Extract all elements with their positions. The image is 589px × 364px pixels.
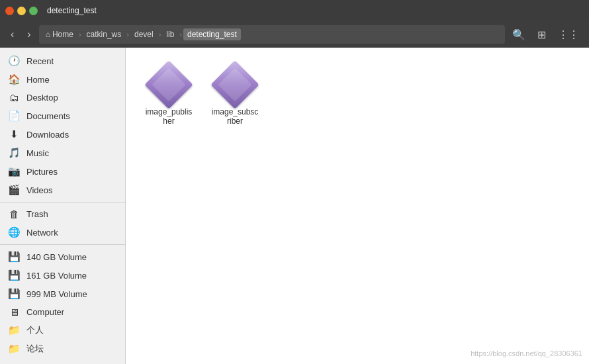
breadcrumb-item-devel[interactable]: devel — [130, 28, 158, 40]
sidebar-label-study: 论坛 — [26, 343, 117, 355]
search-button[interactable]: 🔍 — [508, 26, 530, 44]
vol161-icon: 💾 — [8, 269, 20, 281]
desktop-icon: 🗂 — [8, 92, 20, 103]
sidebar: 🕐Recent🏠Home🗂Desktop📄Documents⬇Downloads… — [0, 48, 126, 364]
sidebar-item-music[interactable]: 🎵Music — [0, 144, 125, 162]
window-controls — [5, 7, 38, 15]
vol140-icon: 💾 — [8, 251, 20, 263]
sidebar-label-downloads: Downloads — [26, 130, 117, 140]
breadcrumb-label: lib — [166, 30, 174, 39]
recent-icon: 🕐 — [8, 55, 20, 67]
close-button[interactable] — [5, 7, 14, 15]
view-list-button[interactable]: ⊞ — [533, 26, 551, 44]
sidebar-item-home[interactable]: 🏠Home — [0, 70, 125, 89]
vol999-icon: 💾 — [8, 288, 20, 300]
network-icon: 🌐 — [8, 226, 20, 238]
sidebar-item-study[interactable]: 📁论坛 — [0, 340, 125, 358]
breadcrumb-separator: › — [159, 30, 161, 38]
toolbar-right: 🔍 ⊞ ⋮⋮ — [508, 26, 584, 44]
file-item-image_subscriber[interactable]: image_subscriber — [205, 61, 265, 131]
main-layout: 🕐Recent🏠Home🗂Desktop📄Documents⬇Downloads… — [0, 48, 589, 364]
breadcrumb-separator: › — [126, 30, 129, 38]
sidebar-item-computer[interactable]: 🖥Computer — [0, 303, 125, 321]
breadcrumb-label: devel — [134, 30, 154, 39]
downloads-icon: ⬇ — [8, 128, 20, 140]
study-icon: 📁 — [8, 343, 20, 355]
file-grid: image_publisherimage_subscriber — [139, 61, 576, 131]
breadcrumb-item-home[interactable]: ⌂ Home — [42, 28, 77, 40]
sidebar-item-vol999[interactable]: 💾999 MB Volume — [0, 285, 125, 303]
trash-icon: 🗑 — [8, 208, 20, 220]
breadcrumb-label: catkin_ws — [87, 30, 122, 39]
sidebar-item-desktop[interactable]: 🗂Desktop — [0, 89, 125, 107]
sidebar-label-vol999: 999 MB Volume — [26, 289, 117, 299]
sidebar-label-network: Network — [26, 228, 117, 238]
sidebar-label-personal: 个人 — [26, 324, 117, 336]
minimize-button[interactable] — [17, 7, 26, 15]
documents-icon: 📄 — [8, 110, 20, 122]
sidebar-item-network[interactable]: 🌐Network — [0, 223, 125, 242]
sidebar-item-vol140[interactable]: 💾140 GB Volume — [0, 248, 125, 266]
sidebar-item-videos[interactable]: 🎬Videos — [0, 181, 125, 199]
sidebar-item-pictures[interactable]: 📷Pictures — [0, 162, 125, 181]
breadcrumb-item-catkin_ws[interactable]: catkin_ws — [83, 28, 126, 40]
pictures-icon: 📷 — [8, 165, 20, 177]
forward-button[interactable]: › — [22, 26, 36, 42]
computer-icon: 🖥 — [8, 306, 20, 318]
music-icon: 🎵 — [8, 147, 20, 159]
sidebar-separator — [0, 244, 125, 245]
breadcrumb-item-lib[interactable]: lib — [162, 28, 178, 40]
sidebar-item-trash[interactable]: 🗑Trash — [0, 205, 125, 223]
file-item-image_publisher[interactable]: image_publisher — [139, 61, 199, 131]
sidebar-label-computer: Computer — [26, 307, 117, 317]
sidebar-label-vol140: 140 GB Volume — [26, 252, 117, 262]
sidebar-label-trash: Trash — [26, 209, 117, 219]
view-grid-button[interactable]: ⋮⋮ — [553, 26, 584, 44]
sidebar-label-videos: Videos — [26, 185, 117, 195]
sidebar-label-music: Music — [26, 148, 117, 158]
sidebar-label-vol161: 161 GB Volume — [26, 271, 117, 281]
sidebar-label-documents: Documents — [26, 111, 117, 121]
breadcrumb-separator: › — [179, 30, 182, 38]
videos-icon: 🎬 — [8, 184, 20, 196]
sidebar-item-downloads[interactable]: ⬇Downloads — [0, 125, 125, 144]
watermark: https://blog.csdn.net/qq_28306361 — [471, 349, 582, 357]
breadcrumb: ⌂ Home›catkin_ws›devel›lib›detecting_tes… — [39, 25, 505, 44]
breadcrumb-label: Home — [52, 30, 73, 39]
home-icon: 🏠 — [8, 73, 20, 85]
executable-icon — [210, 60, 259, 109]
file-name: image_subscriber — [210, 107, 259, 126]
sidebar-label-recent: Recent — [26, 56, 117, 66]
titlebar: detecting_test — [0, 0, 589, 21]
breadcrumb-separator: › — [79, 30, 81, 38]
sidebar-label-home: Home — [26, 75, 117, 85]
sidebar-item-documents[interactable]: 📄Documents — [0, 107, 125, 125]
sidebar-item-personal[interactable]: 📁个人 — [0, 321, 125, 340]
sidebar-label-pictures: Pictures — [26, 167, 117, 177]
file-icon-wrapper — [150, 66, 187, 103]
maximize-button[interactable] — [29, 7, 38, 15]
sidebar-item-vol161[interactable]: 💾161 GB Volume — [0, 266, 125, 285]
executable-icon — [144, 60, 193, 109]
breadcrumb-label: detecting_test — [187, 30, 237, 39]
personal-icon: 📁 — [8, 324, 20, 336]
file-icon-wrapper — [216, 66, 253, 103]
back-button[interactable]: ‹ — [5, 26, 19, 42]
home-icon: ⌂ — [46, 30, 50, 39]
window-title: detecting_test — [47, 6, 97, 15]
file-name: image_publisher — [144, 107, 193, 126]
content-area[interactable]: image_publisherimage_subscriber https://… — [126, 48, 589, 364]
sidebar-item-recent[interactable]: 🕐Recent — [0, 52, 125, 70]
sidebar-separator — [0, 202, 125, 203]
toolbar: ‹ › ⌂ Home›catkin_ws›devel›lib›detecting… — [0, 21, 589, 48]
breadcrumb-item-detecting_test[interactable]: detecting_test — [183, 28, 241, 40]
sidebar-label-desktop: Desktop — [26, 93, 117, 103]
